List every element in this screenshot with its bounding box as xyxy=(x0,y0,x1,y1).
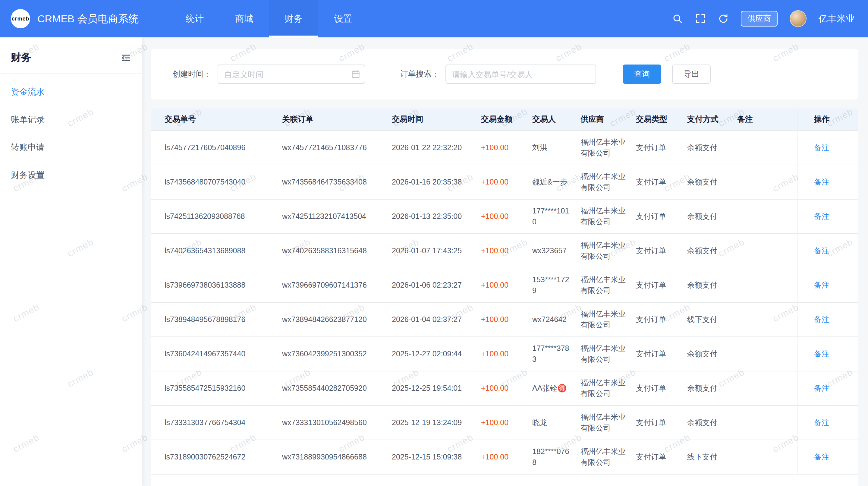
cell-order-no: wx739669709607141376 xyxy=(277,268,387,302)
cell-order-no: wx740263588316315648 xyxy=(277,234,387,268)
cell-time: 2026-01-16 20:35:38 xyxy=(387,165,476,199)
order-search-input[interactable] xyxy=(445,64,596,84)
export-button[interactable]: 导出 xyxy=(672,64,711,84)
table-row: ls742511362093088768 wx74251123210741350… xyxy=(151,199,858,234)
cell-trade-no: ls743568480707543040 xyxy=(151,165,277,199)
supplier-role-badge[interactable]: 供应商 xyxy=(741,11,778,27)
remark-link[interactable]: 备注 xyxy=(814,178,829,186)
cell-time: 2026-01-13 22:35:00 xyxy=(387,199,476,234)
sidebar: 财务 资金流水 账单记录 转账申请 财务设置 xyxy=(0,37,142,486)
cell-pay-method: 线下支付 xyxy=(682,302,733,337)
table-row: ls731890030762524672 wx73188993095486668… xyxy=(151,440,858,474)
remark-link[interactable]: 备注 xyxy=(814,453,829,461)
cell-pay-method: 余额支付 xyxy=(682,130,733,165)
sidebar-title: 财务 xyxy=(11,51,31,64)
cell-trade-no: ls735585472515932160 xyxy=(151,371,277,405)
sidebar-item-transfer-request[interactable]: 转账申请 xyxy=(0,134,142,161)
nav-item-mall[interactable]: 商城 xyxy=(219,0,269,37)
remark-link[interactable]: 备注 xyxy=(814,419,829,427)
cell-amount: +100.00 xyxy=(476,268,527,302)
table-row: ls738948495678898176 wx73894842662387712… xyxy=(151,302,858,337)
col-order-no: 关联订单 xyxy=(277,109,387,130)
cell-type: 支付订单 xyxy=(631,337,682,371)
app-title: CRMEB 会员电商系统 xyxy=(37,12,138,26)
sidebar-item-bill-records[interactable]: 账单记录 xyxy=(0,106,142,134)
cell-pay-method: 余额支付 xyxy=(682,371,733,405)
cell-trade-no: ls742511362093088768 xyxy=(151,199,277,234)
app-root: crmeb CRMEB 会员电商系统 统计 商城 财务 设置 xyxy=(0,0,868,486)
cell-type: 支付订单 xyxy=(631,405,682,440)
cell-transactor: 182****0768 xyxy=(527,440,576,474)
transactions-table: 交易单号 关联订单 交易时间 交易金额 交易人 供应商 交易类型 支付方式 备注… xyxy=(151,109,858,475)
cell-amount: +100.00 xyxy=(476,165,527,199)
cell-pay-method: 线下支付 xyxy=(682,440,733,474)
remark-link[interactable]: 备注 xyxy=(814,144,829,152)
create-time-input[interactable] xyxy=(218,64,365,84)
cell-supplier: 福州亿丰米业有限公司 xyxy=(576,337,631,371)
cell-transactor: 177****1010 xyxy=(527,199,576,234)
search-icon[interactable] xyxy=(672,13,683,24)
cell-transactor: 177****3783 xyxy=(527,337,576,371)
table-row: ls743568480707543040 wx74356846473563340… xyxy=(151,165,858,199)
cell-transactor: 魏近&一步 xyxy=(527,165,576,199)
cell-type: 支付订单 xyxy=(631,268,682,302)
nav-item-statistics[interactable]: 统计 xyxy=(170,0,219,37)
cell-remark xyxy=(733,130,797,165)
cell-time: 2026-01-22 22:32:20 xyxy=(387,130,476,165)
nav-item-settings[interactable]: 设置 xyxy=(318,0,368,37)
cell-time: 2026-01-07 17:43:25 xyxy=(387,234,476,268)
cell-remark xyxy=(733,440,797,474)
cell-order-no: wx735585440282705920 xyxy=(277,371,387,405)
cell-type: 支付订单 xyxy=(631,234,682,268)
top-header: crmeb CRMEB 会员电商系统 统计 商城 财务 设置 xyxy=(0,0,868,37)
transactions-table-card: 交易单号 关联订单 交易时间 交易金额 交易人 供应商 交易类型 支付方式 备注… xyxy=(151,109,858,486)
col-type: 交易类型 xyxy=(631,109,682,130)
remark-link[interactable]: 备注 xyxy=(814,212,829,221)
cell-supplier: 福州亿丰米业有限公司 xyxy=(576,165,631,199)
remark-link[interactable]: 备注 xyxy=(814,350,829,358)
cell-supplier: 福州亿丰米业有限公司 xyxy=(576,405,631,440)
collapse-sidebar-icon[interactable] xyxy=(121,52,131,63)
cell-type: 支付订单 xyxy=(631,302,682,337)
sidebar-item-capital-flow[interactable]: 资金流水 xyxy=(0,79,142,106)
crmeb-logo: crmeb xyxy=(11,9,30,28)
table-body: ls745772176057040896 wx74577214657108377… xyxy=(151,130,858,474)
cell-pay-method: 余额支付 xyxy=(682,234,733,268)
cell-remark xyxy=(733,268,797,302)
cell-time: 2026-01-06 02:23:27 xyxy=(387,268,476,302)
sidebar-item-finance-settings[interactable]: 财务设置 xyxy=(0,161,142,189)
nav-item-finance[interactable]: 财务 xyxy=(269,0,318,37)
table-row: ls739669738036133888 wx73966970960714137… xyxy=(151,268,858,302)
fullscreen-icon[interactable] xyxy=(695,13,706,24)
order-search-label: 订单搜索： xyxy=(400,69,439,80)
cell-remark xyxy=(733,302,797,337)
cell-order-no: wx733313010562498560 xyxy=(277,405,387,440)
remark-link[interactable]: 备注 xyxy=(814,247,829,255)
cell-transactor: wx323657 xyxy=(527,234,576,268)
cell-action: 备注 xyxy=(797,234,858,268)
filter-bar: 创建时间： 订单搜索： 查询 导出 xyxy=(151,49,858,99)
top-nav: 统计 商城 财务 设置 xyxy=(170,0,368,37)
cell-type: 支付订单 xyxy=(631,130,682,165)
refresh-icon[interactable] xyxy=(718,13,729,24)
cell-amount: +100.00 xyxy=(476,302,527,337)
search-button[interactable]: 查询 xyxy=(623,64,661,84)
calendar-icon[interactable] xyxy=(351,69,361,79)
cell-supplier: 福州亿丰米业有限公司 xyxy=(576,268,631,302)
cell-trade-no: ls740263654313689088 xyxy=(151,234,277,268)
username[interactable]: 亿丰米业 xyxy=(818,13,855,24)
cell-pay-method: 余额支付 xyxy=(682,268,733,302)
cell-action: 备注 xyxy=(797,440,858,474)
remark-link[interactable]: 备注 xyxy=(814,384,829,393)
cell-trade-no: ls731890030762524672 xyxy=(151,440,277,474)
header-actions: 供应商 亿丰米业 xyxy=(672,10,855,27)
remark-link[interactable]: 备注 xyxy=(814,281,829,290)
col-pay-method: 支付方式 xyxy=(682,109,733,130)
col-trade-no: 交易单号 xyxy=(151,109,277,130)
cell-action: 备注 xyxy=(797,199,858,234)
remark-link[interactable]: 备注 xyxy=(814,315,829,324)
cell-action: 备注 xyxy=(797,302,858,337)
cell-amount: +100.00 xyxy=(476,199,527,234)
user-avatar[interactable] xyxy=(789,10,807,27)
cell-supplier: 福州亿丰米业有限公司 xyxy=(576,371,631,405)
